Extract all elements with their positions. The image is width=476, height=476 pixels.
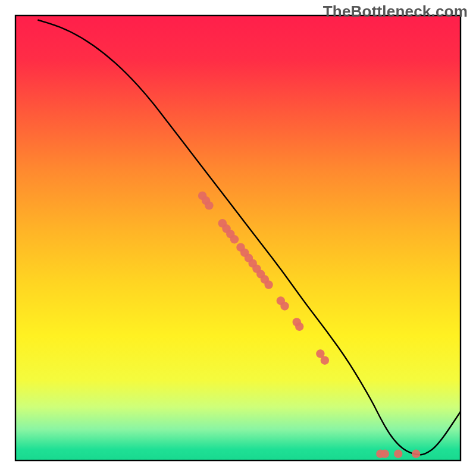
slope-cluster-point <box>295 322 303 331</box>
watermark-text: TheBottleneck.com <box>323 2 468 21</box>
valley-point <box>412 450 420 458</box>
slope-cluster-point <box>205 201 213 209</box>
slope-cluster-point <box>321 356 329 365</box>
slope-cluster-point <box>230 235 239 243</box>
chart-svg <box>0 0 476 476</box>
slope-cluster-point <box>280 302 289 310</box>
bottleneck-chart: TheBottleneck.com <box>0 0 476 476</box>
valley-point <box>381 450 389 458</box>
slope-cluster-point <box>264 280 273 289</box>
valley-point <box>394 450 402 458</box>
